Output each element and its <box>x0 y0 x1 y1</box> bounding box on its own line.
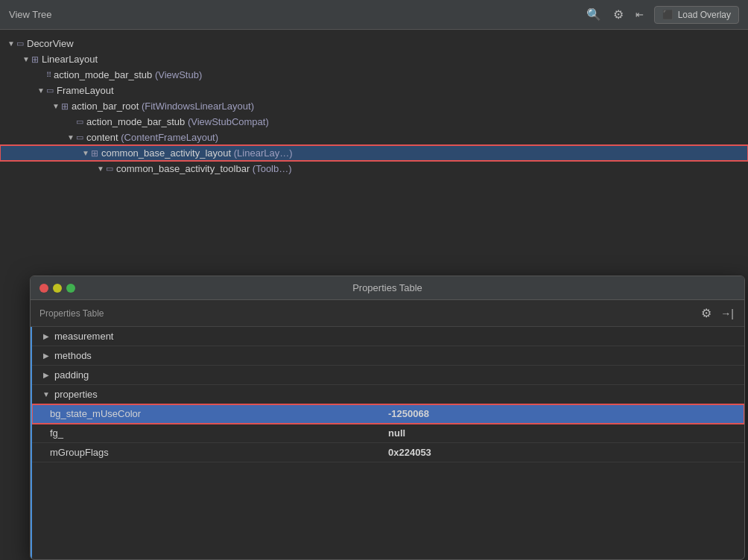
node-icon-linearlayout: ⊞ <box>31 54 39 65</box>
view-tree-title: View Tree <box>9 9 52 20</box>
node-label-common-base: common_base_activity_layout (LinearLay…) <box>101 147 293 159</box>
group-toggle-properties: ▼ <box>41 390 51 398</box>
group-toggle-padding: ▶ <box>41 371 51 379</box>
load-overlay-icon: ⬛ <box>662 10 673 20</box>
collapse-icon-btn[interactable]: ⇤ <box>634 7 645 22</box>
toggle-framelayout: ▼ <box>36 86 46 95</box>
group-name-properties: properties <box>54 389 98 400</box>
settings-icon-btn[interactable]: ⚙ <box>612 6 625 23</box>
props-table: ▶ measurement ▶ methods ▶ padding ▼ prop… <box>31 327 744 559</box>
toggle-action-bar-root: ▼ <box>51 102 61 110</box>
group-padding[interactable]: ▶ padding <box>32 366 744 385</box>
tree-node-common-base-toolbar[interactable]: ▼ ▭ common_base_activity_toolbar (Toolb…… <box>0 161 748 176</box>
prop-row-bg-state[interactable]: bg_state_mUseColor -1250068 <box>32 404 744 424</box>
node-label-framelayout: FrameLayout <box>57 85 114 96</box>
properties-toolbar-title: Properties Table <box>39 308 104 319</box>
props-actions: ⚙ →| <box>700 305 735 322</box>
traffic-light-close[interactable] <box>39 284 48 293</box>
node-label-common-toolbar: common_base_activity_toolbar (Toolb…) <box>116 163 292 174</box>
props-arrow-btn[interactable]: →| <box>719 306 735 321</box>
toggle-linearlayout: ▼ <box>21 55 31 63</box>
node-icon-action-stub-compat: ▭ <box>76 117 83 127</box>
prop-value-mgroupflags: 0x224053 <box>388 447 744 458</box>
tree-node-action-bar-root[interactable]: ▼ ⊞ action_bar_root (FitWindowsLinearLay… <box>0 98 748 114</box>
traffic-light-maximize[interactable] <box>66 284 75 293</box>
tree-node-linearlayout[interactable]: ▼ ⊞ LinearLayout <box>0 51 748 67</box>
group-toggle-measurement: ▶ <box>41 332 51 340</box>
toggle-common-base: ▼ <box>80 149 91 157</box>
toggle-decorview: ▼ <box>6 39 16 48</box>
node-icon-decorview: ▭ <box>16 39 24 48</box>
group-properties[interactable]: ▼ properties <box>32 385 744 404</box>
props-arrow-icon: →| <box>720 308 734 319</box>
props-gear-icon: ⚙ <box>701 306 711 320</box>
node-icon-common-toolbar: ▭ <box>106 164 113 174</box>
toggle-content: ▼ <box>66 133 76 141</box>
node-icon-content: ▭ <box>76 133 83 142</box>
group-name-padding: padding <box>54 369 89 381</box>
node-label-decorview: DecorView <box>27 38 74 49</box>
prop-name-mgroupflags: mGroupFlags <box>32 447 388 458</box>
node-label-content: content (ContentFrameLayout) <box>86 132 218 143</box>
group-measurement[interactable]: ▶ measurement <box>32 327 744 346</box>
view-tree-header: View Tree 🔍 ⚙ ⇤ ⬛ Load Overlay <box>0 0 748 30</box>
node-label-action-stub: action_mode_bar_stub (ViewStub) <box>54 69 202 80</box>
window-titlebar: Properties Table <box>31 276 744 300</box>
prop-value-bg-state: -1250068 <box>388 408 744 419</box>
header-actions: 🔍 ⚙ ⇤ ⬛ Load Overlay <box>585 6 739 24</box>
prop-row-fg[interactable]: fg_ null <box>32 424 744 443</box>
group-toggle-methods: ▶ <box>41 351 51 360</box>
arrow-left-icon: ⇤ <box>636 9 644 20</box>
node-label-action-stub-compat: action_mode_bar_stub (ViewStubCompat) <box>86 116 269 127</box>
search-icon-btn[interactable]: 🔍 <box>585 6 603 23</box>
node-icon-framelayout: ▭ <box>46 86 54 95</box>
node-icon-action-bar-root: ⊞ <box>61 101 69 112</box>
window-title: Properties Table <box>352 282 422 293</box>
prop-row-mgroupflags[interactable]: mGroupFlags 0x224053 <box>32 443 744 462</box>
prop-name-bg-state: bg_state_mUseColor <box>32 408 388 419</box>
properties-toolbar: Properties Table ⚙ →| <box>31 300 744 327</box>
tree-node-framelayout[interactable]: ▼ ▭ FrameLayout <box>0 83 748 98</box>
tree-node-action-mode-bar-stub[interactable]: ⠿ action_mode_bar_stub (ViewStub) <box>0 67 748 83</box>
props-settings-btn[interactable]: ⚙ <box>700 305 713 322</box>
gear-icon: ⚙ <box>613 7 624 22</box>
group-methods[interactable]: ▶ methods <box>32 346 744 366</box>
load-overlay-label: Load Overlay <box>678 10 731 20</box>
node-icon-common-base: ⊞ <box>91 148 98 159</box>
node-label-action-bar-root: action_bar_root (FitWindowsLinearLayout) <box>72 101 254 112</box>
load-overlay-button[interactable]: ⬛ Load Overlay <box>654 6 739 24</box>
node-icon-action-stub: ⠿ <box>46 71 51 79</box>
tree-node-content[interactable]: ▼ ▭ content (ContentFrameLayout) <box>0 130 748 145</box>
group-name-methods: methods <box>54 350 92 361</box>
tree-node-action-mode-stub-compat[interactable]: ▭ action_mode_bar_stub (ViewStubCompat) <box>0 114 748 130</box>
group-name-measurement: measurement <box>54 331 113 342</box>
traffic-light-minimize[interactable] <box>53 284 62 293</box>
view-tree-panel: View Tree 🔍 ⚙ ⇤ ⬛ Load Overlay ▼ ▭ Decor… <box>0 0 748 290</box>
prop-value-fg: null <box>388 427 744 439</box>
tree-node-decorview[interactable]: ▼ ▭ DecorView <box>0 36 748 51</box>
prop-name-fg: fg_ <box>32 427 388 439</box>
properties-window: Properties Table Properties Table ⚙ →| ▶… <box>30 276 745 560</box>
toggle-common-toolbar: ▼ <box>95 165 106 173</box>
node-label-linearlayout: LinearLayout <box>42 54 98 65</box>
search-icon: 🔍 <box>586 7 601 22</box>
tree-node-common-base-layout[interactable]: ▼ ⊞ common_base_activity_layout (LinearL… <box>0 145 748 161</box>
traffic-lights <box>39 284 75 293</box>
tree-content: ▼ ▭ DecorView ▼ ⊞ LinearLayout ⠿ action_… <box>0 30 748 290</box>
